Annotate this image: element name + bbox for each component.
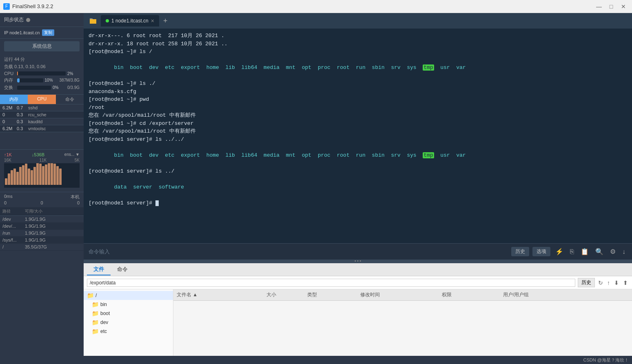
list-item: /run 1.9G/1.9G [0, 230, 84, 237]
col-size[interactable]: 大小 [263, 291, 304, 299]
tree-item-bin-label: bin [100, 302, 107, 307]
latency-row: 0ms 本机 [4, 194, 80, 200]
drive-rows: /dev 1.9G/1.9G /dev/... 1.9G/1.9G /run 1… [0, 216, 84, 364]
list-item: 6.2M 0.3 vmtoolsc [0, 125, 84, 132]
terminal-line: [root@node1 ~]# ls ./ [89, 80, 627, 88]
file-panel: 文件 命令 历史 ↻ ↑ ⬇ ⬆ 📁 [84, 262, 632, 356]
minimize-button[interactable]: — [594, 2, 604, 11]
copy-icon-button[interactable]: ⎘ [568, 247, 576, 256]
swap-value: 0% [53, 85, 65, 90]
terminal-line: /root [89, 104, 627, 112]
latency-0: 0 [4, 200, 7, 205]
latency-section: 0ms 本机 0 0 0 [0, 192, 84, 207]
history-button[interactable]: 历史 [511, 247, 529, 256]
close-button[interactable]: ✕ [618, 2, 629, 11]
tree-item-root[interactable]: 📁 / [84, 291, 173, 300]
chart-bar [13, 169, 16, 185]
maximize-button[interactable]: □ [606, 2, 616, 11]
folder-icon: 📁 [92, 328, 99, 335]
mem-bar-container [17, 78, 43, 82]
process-list: 6.2M 0.7 sshd 0 0.3 rcu_sche 0 0.3 kaudi… [0, 104, 84, 149]
tree-item-boot[interactable]: 📁 boot [84, 309, 173, 318]
net-scale-16k: 16K [4, 158, 11, 162]
net-scale: 16K 11K 5K [4, 158, 80, 162]
terminal-line: bin boot dev etc export home lib lib64 m… [89, 143, 627, 167]
list-item: 6.2M 0.7 sshd [0, 104, 84, 111]
active-tab[interactable]: 1 node1.itcast.cn × [101, 15, 159, 27]
proc-name: sshd [28, 105, 81, 110]
chart-bar [28, 169, 30, 185]
tree-item-etc[interactable]: 📁 etc [84, 327, 173, 336]
folder-icon: 📁 [92, 319, 99, 326]
net-name: ens... ▼ [64, 152, 80, 157]
refresh-icon[interactable]: ↻ [597, 279, 604, 287]
paste-icon-button[interactable]: 📋 [579, 247, 590, 256]
col-date[interactable]: 修改时间 [357, 291, 439, 299]
ip-section: IP node1.itcast.cn 复制 [0, 27, 84, 39]
tab-memory[interactable]: 内存 [0, 95, 28, 104]
drive-avail: 1.9G/1.9G [25, 217, 81, 222]
drive-path: /sys/f... [2, 237, 25, 242]
list-item: /sys/f... 1.9G/1.9G [0, 237, 84, 244]
tree-item-etc-label: etc [100, 328, 107, 334]
proc-mem: 6.2M [2, 105, 17, 110]
folder-icon-button[interactable] [87, 15, 99, 27]
col-type[interactable]: 类型 [304, 291, 357, 299]
file-table-header: 文件名 ▲ 大小 类型 修改时间 权限 用户/用户组 [173, 289, 632, 301]
system-stats: 运行 44 分 负载 0.13, 0.10, 0.06 CPU 2% 内存 10… [0, 54, 84, 95]
upload-icon[interactable]: ⬆ [622, 279, 629, 287]
options-button[interactable]: 选项 [532, 247, 550, 256]
col-perm[interactable]: 权限 [439, 291, 500, 299]
file-tree: 📁 / 📁 bin 📁 boot 📁 dev [84, 289, 173, 356]
terminal-line: dr-xr-x---. 6 root root 217 10月 26 2021 … [89, 32, 627, 40]
folder-icon: 📁 [92, 310, 99, 317]
tab-command[interactable]: 命令 [56, 95, 84, 104]
search-icon-button[interactable]: 🔍 [594, 247, 605, 256]
download-icon[interactable]: ⬇ [613, 279, 620, 287]
lightning-icon-button[interactable]: ⚡ [554, 247, 565, 256]
net-download: ↓536B [32, 152, 44, 157]
sync-dot [26, 18, 30, 22]
tree-item-root-label: / [95, 293, 97, 298]
sidebar: 同步状态 IP node1.itcast.cn 复制 系统信息 运行 44 分 … [0, 13, 84, 364]
terminal-area[interactable]: dr-xr-x---. 6 root root 217 10月 26 2021 … [84, 29, 632, 243]
settings-icon-button[interactable]: ⚙ [608, 247, 617, 256]
tab-files[interactable]: 文件 [87, 264, 111, 275]
drive-col-path-header: 路径 [2, 209, 25, 214]
copy-ip-button[interactable]: 复制 [42, 29, 54, 36]
terminal-line: dr-xr-xr-x. 18 root root 258 10月 26 2021… [89, 40, 627, 48]
tab-cpu[interactable]: CPU [28, 95, 55, 104]
chart-bar [53, 164, 56, 185]
mem-value: 10% [45, 78, 57, 82]
download-icon-button[interactable]: ↓ [621, 247, 627, 256]
mem-detail: 387M/3.8G [60, 78, 80, 82]
swap-detail: 0/3.9G [67, 85, 80, 90]
drive-path: / [2, 244, 25, 249]
col-owner[interactable]: 用户/用户组 [500, 291, 632, 299]
runtime-label: 运行 44 分 [4, 56, 25, 62]
cpu-bar-container [17, 71, 66, 75]
up-icon[interactable]: ↑ [606, 279, 611, 287]
cpu-label: CPU [4, 71, 16, 76]
tree-item-boot-label: boot [100, 311, 110, 316]
chart-bar [51, 163, 53, 185]
chart-bar [31, 170, 33, 185]
tab-commands[interactable]: 命令 [111, 264, 134, 275]
chart-bar [19, 167, 22, 185]
proc-mem: 6.2M [2, 126, 17, 131]
chart-bar [45, 164, 47, 185]
file-path-input[interactable] [87, 279, 575, 287]
tree-item-dev[interactable]: 📁 dev [84, 318, 173, 327]
tree-item-bin[interactable]: 📁 bin [84, 300, 173, 309]
network-chart [4, 163, 80, 188]
proc-cpu: 0.3 [17, 119, 28, 124]
tab-label: 1 node1.itcast.cn [111, 18, 149, 24]
list-item: /dev 1.9G/1.9G [0, 216, 84, 223]
sysinfo-button[interactable]: 系统信息 [4, 41, 80, 51]
status-text: CSDN @海星？海欣！ [583, 357, 629, 363]
command-input[interactable] [89, 249, 508, 255]
tab-add-button[interactable]: + [161, 17, 170, 25]
col-filename[interactable]: 文件名 ▲ [173, 291, 263, 299]
file-history-button[interactable]: 历史 [578, 278, 595, 287]
tab-close-button[interactable]: × [151, 18, 154, 24]
